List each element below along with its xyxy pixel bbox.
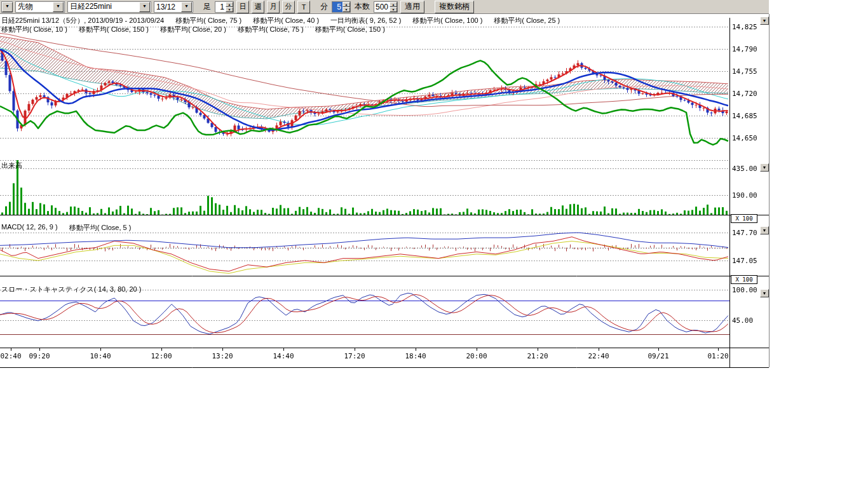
- spin-up-icon[interactable]: ▲: [226, 2, 233, 7]
- spin-down-icon[interactable]: ▼: [342, 7, 350, 12]
- stochastics-panel-label: スロー・ストキャスティクス( 14, 3, 80, 20 ): [1, 285, 141, 294]
- time-axis-label-0: 02:40: [0, 352, 21, 360]
- volume-panel-label: 出来高: [1, 161, 22, 170]
- bar-count-stepper[interactable]: 500 ▲ ▼: [374, 1, 398, 13]
- spin-up-icon[interactable]: ▲: [342, 2, 350, 7]
- macd-ma-label: 移動平均( Close, 5 ): [69, 223, 132, 233]
- macd-axis-label-1: 147.05: [732, 257, 760, 265]
- time-axis-label-8: 20:00: [466, 352, 487, 360]
- legend-item-ma150: 移動平均( Close, 150 ): [79, 25, 149, 34]
- time-axis-label-7: 18:40: [405, 352, 426, 360]
- spin-down-icon[interactable]: ▼: [226, 7, 233, 12]
- macd-panel-label: MACD( 12, 26, 9 ): [1, 223, 58, 233]
- stoch-axis-label-1: 45.00: [732, 316, 760, 325]
- time-axis-label-10: 22:40: [588, 352, 609, 360]
- timeframe-label: 足: [203, 1, 211, 12]
- apply-button[interactable]: 適用: [400, 1, 424, 13]
- legend-item-ma40: 移動平均( Close, 40 ): [253, 16, 319, 25]
- timeframe-count-stepper[interactable]: 1 ▲ ▼: [215, 1, 234, 13]
- price-axis-label-4: 14,685: [732, 112, 760, 120]
- price-axis-label-3: 14,720: [732, 90, 760, 98]
- time-axis-label-11: 09/21: [648, 352, 668, 360]
- symbol-dropdown[interactable]: 日経225mini ▼: [67, 1, 151, 13]
- minutes-value: 5: [332, 2, 342, 12]
- toolbar: ▼ 先物 ▼ 日経225mini ▼ 13/12 ▼ 足 1 ▲ ▼ 日 週 月…: [0, 0, 769, 14]
- macd-panel-legend: MACD( 12, 26, 9 ) 移動平均( Close, 5 ): [1, 223, 131, 233]
- legend-item-instrument: 日経225mini 13/12（5分）, 2013/09/19 - 2013/0…: [1, 16, 164, 25]
- legend-item-ma10: 移動平均( Close, 10 ): [1, 25, 67, 34]
- combo-arrow-icon[interactable]: ▼: [139, 2, 150, 12]
- time-axis-label-6: 17:20: [344, 352, 365, 360]
- contract-dropdown-value: 13/12: [154, 3, 181, 11]
- price-axis-label-1: 14,790: [732, 45, 760, 53]
- symbol-dropdown-value: 日経225mini: [68, 1, 139, 12]
- macd-panel-collapse-button[interactable]: ▼: [760, 226, 769, 234]
- period-button-month[interactable]: 月: [267, 1, 280, 13]
- legend-item-ma25: 移動平均( Close, 25 ): [494, 16, 560, 25]
- chart-application: ▼ 先物 ▼ 日経225mini ▼ 13/12 ▼ 足 1 ▲ ▼ 日 週 月…: [0, 0, 868, 488]
- market-dropdown[interactable]: 先物 ▼: [15, 1, 65, 13]
- time-axis-label-4: 13:20: [212, 352, 233, 360]
- combo-arrow-icon[interactable]: ▼: [2, 2, 13, 12]
- combo-arrow-icon[interactable]: ▼: [53, 2, 64, 12]
- volume-axis-label-0: 435.00: [732, 165, 760, 173]
- period-button-tick[interactable]: T: [297, 1, 310, 13]
- period-button-minute[interactable]: 分: [282, 1, 295, 13]
- spin-down-icon[interactable]: ▼: [390, 7, 397, 12]
- volume-panel-collapse-button[interactable]: ▼: [760, 163, 769, 172]
- stoch-axis-label-0: 100.00: [732, 286, 760, 294]
- time-axis-label-1: 09:20: [29, 352, 50, 360]
- price-axis-label-2: 14,755: [732, 67, 760, 76]
- time-axis-label-5: 14:40: [273, 352, 294, 360]
- legend-item-ma75b: 移動平均( Close, 75 ): [238, 25, 304, 34]
- price-panel-collapse-button[interactable]: ▼: [760, 17, 769, 25]
- period-button-week[interactable]: 週: [252, 1, 264, 13]
- volume-axis-label-1: 190.00: [732, 191, 760, 200]
- multi-symbol-button[interactable]: 複数銘柄: [435, 1, 474, 13]
- market-dropdown-value: 先物: [16, 1, 53, 12]
- legend-item-ichimoku: 一目均衡表( 9, 26, 52 ): [330, 16, 401, 25]
- stoch-scale-x100-badge: X 100: [731, 275, 757, 284]
- contract-dropdown[interactable]: 13/12 ▼: [154, 1, 193, 13]
- legend-item-ma100: 移動平均( Close, 100 ): [412, 16, 482, 25]
- spin-up-icon[interactable]: ▲: [390, 2, 397, 7]
- legend-item-ma75: 移動平均( Close, 75 ): [175, 16, 241, 25]
- mini-dropdown[interactable]: ▼: [1, 1, 13, 13]
- stoch-panel-collapse-button[interactable]: ▼: [760, 289, 769, 297]
- time-axis-label-3: 12:00: [151, 352, 172, 360]
- combo-arrow-icon[interactable]: ▼: [181, 2, 192, 12]
- legend-row-1: 日経225mini 13/12（5分）, 2013/09/19 - 2013/0…: [1, 16, 560, 25]
- macd-axis-label-0: 147.70: [732, 229, 760, 237]
- minutes-label: 分: [320, 1, 328, 12]
- minutes-stepper[interactable]: 5 ▲ ▼: [332, 1, 351, 13]
- price-axis-label-0: 14,825: [732, 23, 760, 31]
- legend-item-ma20: 移動平均( Close, 20 ): [160, 25, 226, 34]
- bar-count-label: 本数: [355, 1, 370, 12]
- legend-row-2: 移動平均( Close, 10 ) 移動平均( Close, 150 ) 移動平…: [1, 25, 385, 34]
- time-axis-label-2: 10:40: [90, 352, 111, 360]
- legend-item-ma150b: 移動平均( Close, 150 ): [315, 25, 385, 34]
- macd-scale-x100-badge: X 100: [731, 214, 757, 223]
- time-axis-label-9: 21:20: [527, 352, 548, 360]
- period-button-day[interactable]: 日: [236, 1, 249, 13]
- timeframe-count-value: 1: [215, 2, 226, 12]
- time-axis-label-12: 01:20: [707, 352, 728, 360]
- price-axis-label-5: 14,650: [732, 134, 760, 142]
- bar-count-value: 500: [374, 2, 390, 12]
